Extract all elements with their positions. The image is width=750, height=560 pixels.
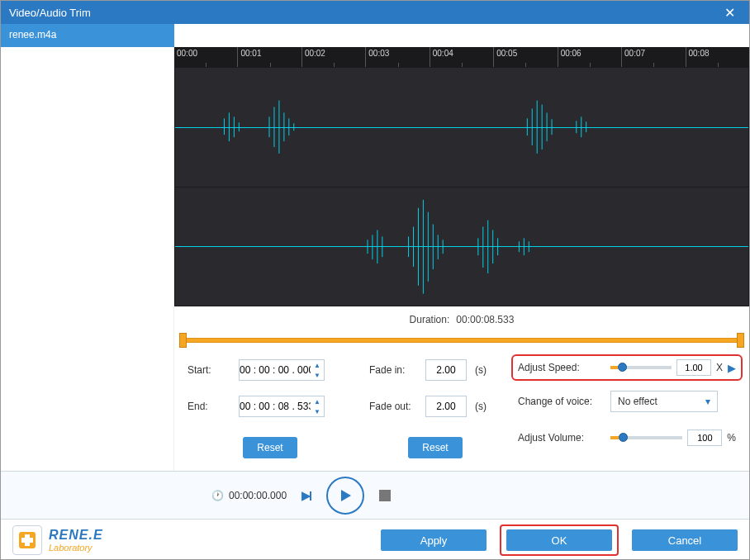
- apply-button[interactable]: Apply: [381, 529, 487, 551]
- svg-rect-42: [21, 538, 33, 543]
- stop-icon: [379, 490, 391, 501]
- logo-icon: [12, 525, 42, 555]
- brand-sub: Laboratory: [49, 543, 103, 553]
- svg-marker-39: [341, 490, 351, 501]
- file-sidebar: [1, 47, 174, 471]
- play-button[interactable]: [326, 477, 364, 515]
- fade-out-input[interactable]: [425, 396, 467, 417]
- voice-select[interactable]: No effect ▾: [610, 391, 718, 412]
- end-time-field[interactable]: [240, 401, 311, 412]
- fade-in-label: Fade in:: [369, 364, 417, 376]
- reset-trim-button[interactable]: Reset: [243, 437, 297, 458]
- speed-value-input[interactable]: [676, 359, 711, 376]
- file-tab-bar: renee.m4a: [1, 24, 749, 47]
- fade-out-label: Fade out:: [369, 401, 417, 412]
- ruler-tick: 00:07: [621, 47, 685, 67]
- reset-fade-button[interactable]: Reset: [408, 437, 463, 458]
- trim-handle-start[interactable]: [179, 333, 187, 348]
- ruler-tick: 00:03: [365, 47, 429, 67]
- ruler-tick: 00:01: [237, 47, 301, 67]
- spin-up-icon[interactable]: ▲: [311, 396, 324, 406]
- duration-label: Duration:: [410, 314, 450, 325]
- end-time-input[interactable]: ▲▼: [239, 396, 325, 417]
- cancel-button[interactable]: Cancel: [632, 529, 738, 551]
- ruler-tick: 00:02: [301, 47, 365, 67]
- footer-bar: RENE.E Laboratory Apply OK Cancel: [1, 519, 749, 560]
- clock-icon: 🕐: [211, 490, 224, 501]
- speed-slider[interactable]: [610, 366, 672, 369]
- ruler-tick: 00:05: [493, 47, 557, 67]
- ok-button[interactable]: OK: [506, 529, 612, 551]
- title-bar: Video/Audio Trim ✕: [1, 1, 749, 24]
- time-ruler: 00:00 00:01 00:02 00:03 00:04 00:05 00:0…: [174, 47, 749, 67]
- close-icon[interactable]: ✕: [718, 1, 741, 24]
- start-time-field[interactable]: [240, 364, 311, 376]
- start-time-input[interactable]: ▲▼: [239, 359, 325, 381]
- spin-up-icon[interactable]: ▲: [311, 360, 324, 370]
- fade-unit: (s): [475, 364, 487, 376]
- ruler-tick: 00:06: [558, 47, 621, 67]
- volume-unit: %: [727, 432, 736, 444]
- adjust-speed-highlight: Adjust Speed: X ▶: [511, 354, 743, 381]
- spin-down-icon[interactable]: ▼: [311, 406, 324, 416]
- duration-bar: Duration: 00:00:08.533: [174, 306, 749, 333]
- spin-down-icon[interactable]: ▼: [311, 370, 324, 380]
- start-label: Start:: [188, 364, 230, 376]
- end-label: End:: [188, 401, 230, 412]
- preview-speed-icon[interactable]: ▶: [728, 362, 736, 374]
- ruler-tick: 00:00: [174, 47, 237, 67]
- brand-logo: RENE.E Laboratory: [12, 525, 103, 555]
- volume-slider[interactable]: [610, 436, 682, 439]
- fade-in-input[interactable]: [425, 359, 467, 381]
- trim-range-bar[interactable]: [174, 333, 749, 348]
- work-area: 00:00 00:01 00:02 00:03 00:04 00:05 00:0…: [174, 47, 749, 471]
- brand-name: RENE.E: [49, 528, 103, 543]
- fade-unit: (s): [475, 401, 487, 412]
- waveform-channel-left: [175, 68, 748, 187]
- waveform-display[interactable]: [174, 67, 749, 306]
- duration-value: 00:00:08.533: [456, 314, 514, 325]
- volume-value-input[interactable]: [687, 429, 722, 446]
- change-voice-label: Change of voice:: [518, 396, 602, 407]
- trim-handle-end[interactable]: [737, 333, 744, 348]
- waveform-channel-right: [175, 187, 748, 306]
- speed-unit: X: [716, 362, 723, 373]
- main-area: 00:00 00:01 00:02 00:03 00:04 00:05 00:0…: [1, 47, 749, 471]
- player-time: 00:00:00.000: [229, 490, 287, 501]
- player-bar: 🕐 00:00:00.000 ▶: [1, 471, 749, 519]
- window-title: Video/Audio Trim: [9, 7, 718, 19]
- chevron-down-icon: ▾: [705, 396, 710, 407]
- voice-value: No effect: [618, 396, 657, 407]
- adjust-volume-label: Adjust Volume:: [518, 432, 602, 444]
- ruler-tick: 00:08: [686, 47, 749, 67]
- ok-highlight: OK: [500, 524, 619, 556]
- adjust-speed-label: Adjust Speed:: [518, 362, 602, 373]
- ruler-tick: 00:04: [430, 47, 493, 67]
- stop-button[interactable]: [379, 490, 391, 501]
- controls-panel: Start: ▲▼ End: ▲▼ Reset: [174, 348, 749, 471]
- step-icon[interactable]: ▶: [301, 488, 311, 503]
- file-tab[interactable]: renee.m4a: [1, 24, 174, 47]
